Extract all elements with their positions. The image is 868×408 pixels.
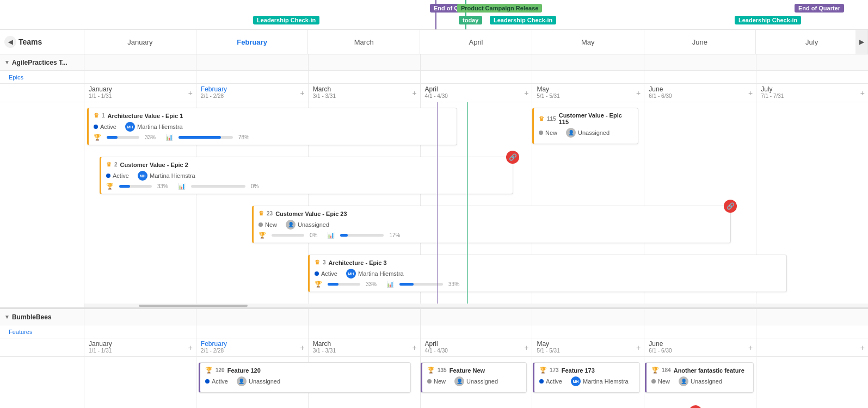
add-jun-bb[interactable]: + [748, 343, 753, 352]
team-name-agilepractices: ▼ AgilePractices T... [0, 54, 84, 70]
team-jan-cell [84, 54, 196, 70]
add-jul-agile[interactable]: + [860, 89, 865, 97]
leadership-checkin-tag-3: Leadership Check-in [735, 16, 801, 24]
month-april: April [420, 30, 532, 54]
epic-card-115[interactable]: ♛ 115 Customer Value - Epic 115 New [532, 108, 638, 144]
epics-label[interactable]: Epics [0, 71, 84, 83]
period-jun-agile: June 6/1 - 6/30 + [644, 84, 756, 102]
period-may-agile: May 5/1 - 5/31 + [532, 84, 644, 102]
avatar-mh-1: MH [125, 122, 135, 132]
crown-icon-115: ♛ [539, 115, 544, 122]
teams-label: Teams [19, 38, 42, 46]
team-block-agilepractices: ▼ AgilePractices T... Epic [0, 54, 868, 308]
period-extra-bb: + [756, 338, 868, 356]
body-area: ▼ AgilePractices T... Epic [0, 54, 868, 408]
avatar-unassigned-115: 👤 [566, 128, 576, 138]
end-of-quarter-tag-2: End of Quarter [795, 4, 844, 12]
add-apr-agile[interactable]: + [524, 89, 528, 97]
period-may-bb: May 5/1 - 5/31 + [532, 338, 644, 356]
nav-right-button[interactable]: ▶ [855, 30, 867, 54]
epics-timeline-agile: ♛ 1 Architecture Value - Epic 1 Active [0, 102, 868, 304]
period-mar-bb: March 3/1 - 3/31 + [309, 338, 421, 356]
product-campaign-tag: Product Campaign Release [457, 4, 542, 12]
add-apr-bb[interactable]: + [524, 343, 528, 352]
features-grid: 🏆 120 Feature 120 Active 👤 [84, 357, 868, 408]
add-may-bb[interactable]: + [636, 343, 641, 352]
add-mar-bb[interactable]: + [412, 343, 416, 352]
epics-grid: ♛ 1 Architecture Value - Epic 1 Active [84, 102, 868, 304]
epics-label-row: Epics [0, 71, 868, 84]
add-jan-agile[interactable]: + [188, 89, 193, 97]
status-dot-new-115 [539, 131, 543, 135]
period-dates-row-bumblebees: January 1/1 - 1/31 + February 2/1 - 2/28… [0, 338, 868, 357]
month-may: May [532, 30, 644, 54]
add-feb-agile[interactable]: + [300, 89, 305, 97]
team-header-agilepractices: ▼ AgilePractices T... [0, 54, 868, 71]
month-march: March [308, 30, 420, 54]
month-january: January [84, 30, 196, 54]
features-label[interactable]: Features [0, 325, 84, 338]
add-jun-agile[interactable]: + [748, 89, 753, 97]
add-jan-bb[interactable]: + [188, 343, 193, 352]
period-feb-bb: February 2/1 - 2/28 + [196, 338, 309, 356]
team-header-bumblebees: ▼ BumbleBees [0, 309, 868, 325]
sidebar-header: ◀ Teams [0, 30, 84, 54]
team-name-bumblebees: ▼ BumbleBees [0, 309, 84, 325]
crown-icon-1: ♛ [94, 112, 99, 119]
feature-card-135[interactable]: 🏆 135 Feature New New 👤 [421, 362, 527, 393]
features-timeline-bb: 🏆 120 Feature 120 Active 👤 [0, 357, 868, 408]
feature-card-120[interactable]: 🏆 120 Feature 120 Active 👤 [199, 362, 411, 393]
epic-card-3[interactable]: ♛ 3 Architecture - Epic 3 Active [308, 255, 787, 292]
milestones-banner: End of Quarter Leadership Check-in Produ… [0, 0, 868, 30]
period-jul-agile: July 7/1 - 7/31 + [756, 84, 868, 102]
month-labels: January February March April May June Ju… [84, 30, 868, 54]
link-badge-2: 🔗 [506, 151, 519, 164]
link-badge-119: 🔗 [689, 405, 702, 408]
today-tag: today [459, 16, 482, 24]
link-badge-23: 🔗 [724, 200, 737, 213]
period-feb-agile: February 2/1 - 2/28 + [196, 84, 309, 102]
epic-card-23[interactable]: 🔗 ♛ 23 Customer Value - Epic 23 New [252, 206, 731, 243]
features-label-row: Features [0, 325, 868, 338]
status-dot-active [94, 125, 98, 129]
epic-card-2[interactable]: 🔗 ♛ 2 Customer Value - Epic 2 Active [100, 157, 513, 194]
end-of-quarter-vline [437, 102, 438, 304]
period-mar-agile: March 3/1 - 3/31 + [309, 84, 421, 102]
add-mar-agile[interactable]: + [412, 89, 416, 97]
crown-icon-2: ♛ [106, 161, 112, 168]
trophy-icon-120: 🏆 [205, 367, 213, 374]
today-vline [467, 102, 468, 304]
months-nav-row: ◀ Teams January February March April May… [0, 30, 868, 54]
period-jan-agile: January 1/1 - 1/31 + [84, 84, 196, 102]
add-may-agile[interactable]: + [636, 89, 641, 97]
month-february: February [196, 30, 309, 54]
chart-icon-1: 📊 [165, 134, 173, 141]
feature-card-173[interactable]: 🏆 173 Feature 173 Active MH [533, 362, 640, 393]
month-june: June [644, 30, 756, 54]
collapse-icon-bumblebees[interactable]: ▼ [4, 314, 10, 320]
add-extra-bb[interactable]: + [860, 343, 865, 352]
period-apr-bb: April 4/1 - 4/30 + [421, 338, 533, 356]
add-feb-bb[interactable]: + [300, 343, 305, 352]
nav-left-button[interactable]: ◀ [4, 36, 16, 48]
app-container: End of Quarter Leadership Check-in Produ… [0, 0, 868, 408]
collapse-icon-agilepractices[interactable]: ▼ [4, 59, 10, 65]
avatar-mh-2: MH [138, 171, 147, 181]
month-july: July ▶ [756, 30, 868, 54]
scroll-indicator-agile [0, 304, 868, 308]
period-apr-agile: April 4/1 - 4/30 + [421, 84, 533, 102]
period-jun-bb: June 6/1 - 6/30 + [644, 338, 756, 356]
team-block-bumblebees: ▼ BumbleBees Features [0, 308, 868, 408]
feature-card-184[interactable]: 🏆 184 Another fantastic feature New [645, 362, 754, 393]
period-jan-bb: January 1/1 - 1/31 + [84, 338, 196, 356]
trophy-icon-1: 🏆 [94, 134, 101, 141]
epic-card-1[interactable]: ♛ 1 Architecture Value - Epic 1 Active [87, 108, 457, 145]
leadership-checkin-tag-1: Leadership Check-in [253, 16, 319, 24]
leadership-checkin-tag-2: Leadership Check-in [490, 16, 556, 24]
period-dates-row-agile: January 1/1 - 1/31 + February 2/1 - 2/28… [0, 84, 868, 102]
